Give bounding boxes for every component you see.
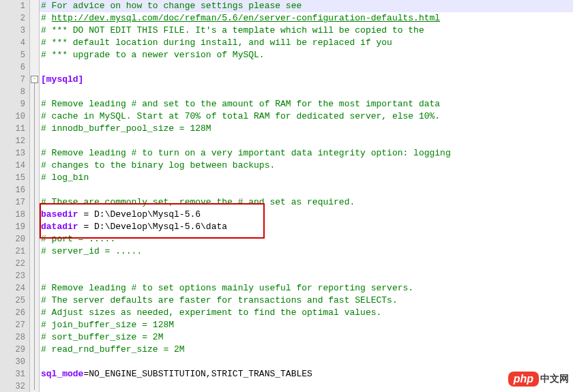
code-line[interactable]: # Remove leading # and set to the amount… — [40, 98, 573, 110]
line-number: 19 — [0, 221, 29, 233]
line-number: 32 — [0, 380, 29, 392]
line-number: 27 — [0, 319, 29, 331]
code-segment: # Remove leading # to set options mainly… — [41, 283, 413, 293]
code-segment: # innodb_buffer_pool_size = 128M — [41, 123, 211, 134]
line-number: 4 — [0, 37, 29, 49]
code-segment: # The server defaults are faster for tra… — [41, 295, 398, 305]
line-number: 10 — [0, 110, 29, 123]
code-segment: # Remove leading # to turn on a very imp… — [41, 148, 451, 158]
line-number: 1 — [0, 0, 29, 12]
line-number: 30 — [0, 356, 29, 368]
code-line[interactable]: # *** DO NOT EDIT THIS FILE. It's a temp… — [40, 25, 573, 37]
code-segment: # log_bin — [41, 172, 89, 183]
code-segment: = D:\Develop\Mysql-5.6 — [83, 209, 201, 220]
code-segment: # *** upgrade to a newer version of MySQ… — [41, 50, 265, 60]
code-line[interactable]: sql_mode=NO_ENGINE_SUBSTITUTION,STRICT_T… — [40, 368, 573, 380]
code-line[interactable]: # port = ..... — [40, 233, 573, 245]
line-number: 24 — [0, 282, 29, 295]
code-line[interactable]: # These are commonly set, remove the # a… — [40, 196, 573, 209]
code-line[interactable]: # Remove leading # to turn on a very imp… — [40, 147, 573, 160]
code-line[interactable]: # server_id = ..... — [40, 245, 573, 258]
code-segment: basedir — [41, 209, 83, 220]
code-line[interactable] — [40, 356, 573, 368]
line-number: 18 — [0, 209, 29, 221]
code-line[interactable] — [40, 135, 573, 147]
code-segment: # *** DO NOT EDIT THIS FILE. It's a temp… — [41, 25, 424, 35]
code-line[interactable]: # sort_buffer_size = 2M — [40, 331, 573, 344]
line-number: 28 — [0, 331, 29, 344]
code-segment: # — [41, 13, 52, 23]
code-area[interactable]: # For advice on how to change settings p… — [40, 0, 573, 392]
code-line[interactable] — [40, 86, 573, 98]
fold-guide-line — [34, 83, 35, 390]
line-number: 8 — [0, 86, 29, 98]
line-number: 7 — [0, 74, 29, 86]
code-line[interactable]: basedir = D:\Develop\Mysql-5.6 — [40, 209, 573, 221]
code-segment: # *** default location during install, a… — [41, 37, 392, 48]
watermark-text: 中文网 — [540, 373, 569, 385]
code-segment: # join_buffer_size = 128M — [41, 320, 174, 330]
watermark: php 中文网 — [508, 372, 569, 387]
code-line[interactable]: # http://dev.mysql.com/doc/refman/5.6/en… — [40, 12, 573, 25]
line-number: 20 — [0, 233, 29, 245]
line-number: 2 — [0, 12, 29, 25]
code-line[interactable]: # The server defaults are faster for tra… — [40, 295, 573, 307]
line-number-gutter: 1234567891011121314151617181920212223242… — [0, 0, 30, 392]
code-line[interactable]: # Remove leading # to set options mainly… — [40, 282, 573, 295]
code-segment: http://dev.mysql.com/doc/refman/5.6/en/s… — [52, 13, 441, 23]
code-segment: = D:\Develop\Mysql-5.6\data — [83, 222, 227, 232]
code-segment: # Remove leading # and set to the amount… — [41, 99, 440, 109]
code-line[interactable]: # *** default location during install, a… — [40, 37, 573, 49]
code-line[interactable]: # read_rnd_buffer_size = 2M — [40, 344, 573, 356]
code-segment: # port = ..... — [41, 234, 115, 244]
code-line[interactable]: # join_buffer_size = 128M — [40, 319, 573, 331]
code-segment: # sort_buffer_size = 2M — [41, 332, 163, 342]
line-number: 11 — [0, 123, 29, 135]
line-number: 17 — [0, 196, 29, 209]
code-segment: [mysqld] — [41, 74, 83, 85]
watermark-badge: php — [508, 372, 539, 387]
code-line[interactable] — [40, 61, 573, 74]
line-number: 25 — [0, 295, 29, 307]
line-number: 22 — [0, 258, 29, 270]
line-number: 3 — [0, 25, 29, 37]
fold-column: - — [30, 0, 40, 392]
line-number: 21 — [0, 245, 29, 258]
code-segment: # For advice on how to change settings p… — [41, 1, 302, 11]
line-number: 23 — [0, 270, 29, 282]
code-segment: # These are commonly set, remove the # a… — [41, 197, 355, 207]
code-segment: # read_rnd_buffer_size = 2M — [41, 344, 185, 355]
code-segment: # cache in MySQL. Start at 70% of total … — [41, 111, 440, 121]
line-number: 6 — [0, 61, 29, 74]
line-number: 13 — [0, 147, 29, 160]
code-line[interactable]: datadir = D:\Develop\Mysql-5.6\data — [40, 221, 573, 233]
code-line[interactable]: # changes to the binary log between back… — [40, 160, 573, 172]
code-editor: 1234567891011121314151617181920212223242… — [0, 0, 573, 392]
fold-toggle-icon[interactable]: - — [31, 76, 38, 83]
line-number: 9 — [0, 98, 29, 110]
code-segment: # server_id = ..... — [41, 246, 142, 256]
line-number: 16 — [0, 184, 29, 196]
line-number: 5 — [0, 49, 29, 61]
code-line[interactable] — [40, 270, 573, 282]
code-line[interactable]: # innodb_buffer_pool_size = 128M — [40, 123, 573, 135]
code-segment: # changes to the binary log between back… — [41, 160, 275, 170]
code-line[interactable]: # For advice on how to change settings p… — [40, 0, 573, 12]
line-number: 14 — [0, 160, 29, 172]
code-line[interactable]: # Adjust sizes as needed, experiment to … — [40, 307, 573, 319]
code-line[interactable]: [mysqld] — [40, 74, 573, 86]
code-line[interactable]: # log_bin — [40, 172, 573, 184]
code-line[interactable]: # cache in MySQL. Start at 70% of total … — [40, 110, 573, 123]
line-number: 15 — [0, 172, 29, 184]
code-line[interactable]: # *** upgrade to a newer version of MySQ… — [40, 49, 573, 61]
line-number: 31 — [0, 368, 29, 380]
line-number: 26 — [0, 307, 29, 319]
code-line[interactable] — [40, 258, 573, 270]
code-segment: =NO_ENGINE_SUBSTITUTION,STRICT_TRANS_TAB… — [83, 369, 312, 379]
line-number: 12 — [0, 135, 29, 147]
code-line[interactable] — [40, 380, 573, 392]
code-segment: datadir — [41, 222, 83, 232]
code-segment: sql_mode — [41, 369, 83, 379]
code-segment: # Adjust sizes as needed, experiment to … — [41, 307, 381, 318]
code-line[interactable] — [40, 184, 573, 196]
